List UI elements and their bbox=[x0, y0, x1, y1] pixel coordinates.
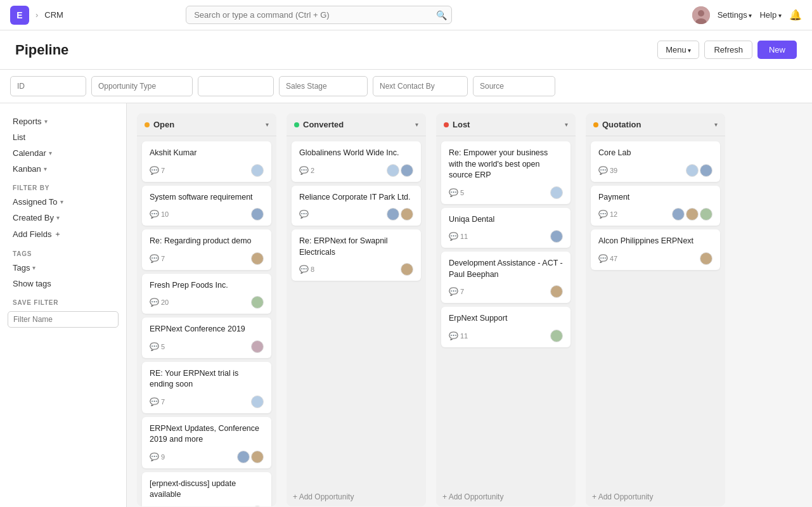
col-chevron-converted[interactable]: ▾ bbox=[415, 121, 418, 128]
kanban-col-converted: Converted▾Globalinens World Wide Inc.💬2R… bbox=[287, 113, 426, 506]
avatar bbox=[251, 340, 264, 353]
col-chevron-quotation[interactable]: ▾ bbox=[714, 121, 718, 128]
col-header-lost: Lost▾ bbox=[436, 113, 576, 136]
col-chevron-lost[interactable]: ▾ bbox=[565, 121, 568, 128]
comment-count: 5 bbox=[460, 189, 464, 196]
search-icon: 🔍 bbox=[436, 10, 447, 20]
sidebar-item-list[interactable]: List bbox=[8, 129, 119, 145]
kanban-col-quotation: Quotation▾Core Lab💬39Payment💬12Alcon Phi… bbox=[586, 113, 725, 506]
menu-button[interactable]: Menu bbox=[657, 41, 699, 59]
page-header: Pipeline Menu Refresh New bbox=[0, 30, 812, 70]
filter-bar bbox=[0, 70, 812, 103]
card-title: Re: ERPNext for Swapnil Electricals bbox=[299, 236, 413, 258]
main-area: Reports ▾ List Calendar ▾ Kanban ▾ FILTE… bbox=[0, 103, 812, 507]
sidebar-item-calendar[interactable]: Calendar ▾ bbox=[8, 145, 119, 161]
comment-count: 39 bbox=[610, 167, 617, 174]
comment-count: 8 bbox=[311, 266, 314, 273]
comment-icon: 💬 bbox=[150, 452, 159, 461]
card-title: Core Lab bbox=[598, 148, 712, 159]
settings-menu[interactable]: Settings bbox=[718, 10, 752, 20]
table-row[interactable]: ERPNext Conference 2019💬5 bbox=[142, 318, 271, 358]
breadcrumb-crm: CRM bbox=[44, 10, 63, 20]
comment-icon: 💬 bbox=[150, 254, 159, 263]
avatar bbox=[251, 451, 264, 463]
breadcrumb-separator: › bbox=[35, 10, 38, 20]
table-row[interactable]: Development Assistance - ACT - Paul Beep… bbox=[441, 252, 570, 303]
table-row[interactable]: Core Lab💬39 bbox=[591, 141, 720, 182]
sidebar-show-tags-label: Show tags bbox=[13, 279, 51, 288]
add-opportunity-quotation[interactable]: + Add Opportunity bbox=[586, 487, 725, 506]
search-input[interactable] bbox=[186, 6, 452, 24]
table-row[interactable]: Re: Empower your business with the world… bbox=[441, 141, 570, 204]
table-row[interactable]: ERPNext Updates, Conference 2019 and mor… bbox=[142, 417, 271, 468]
card-title: Development Assistance - ACT - Paul Beep… bbox=[449, 258, 563, 280]
topnav-right: Settings Help 🔔 bbox=[692, 6, 802, 24]
card-title: Payment bbox=[598, 192, 712, 203]
user-avatar[interactable] bbox=[692, 6, 710, 24]
comment-count: 5 bbox=[161, 343, 165, 350]
filter-blank-input[interactable] bbox=[198, 76, 274, 96]
comment-count: 20 bbox=[161, 298, 169, 306]
table-row[interactable]: Re: ERPNext for Swapnil Electricals💬8 bbox=[292, 229, 421, 281]
app-icon[interactable]: E bbox=[10, 6, 29, 25]
sidebar-assigned-arrow: ▾ bbox=[60, 198, 63, 205]
filter-name-input[interactable] bbox=[8, 311, 119, 328]
header-actions: Menu Refresh New bbox=[657, 41, 797, 59]
filter-id-input[interactable] bbox=[10, 76, 86, 96]
table-row[interactable]: Payment💬12 bbox=[591, 186, 720, 226]
table-row[interactable]: System software requirement💬10 bbox=[142, 186, 271, 226]
table-row[interactable]: ErpNext Support💬11 bbox=[441, 307, 570, 347]
table-row[interactable]: Re: Regarding product demo💬7 bbox=[142, 229, 271, 270]
page-title: Pipeline bbox=[15, 42, 68, 58]
col-chevron-open[interactable]: ▾ bbox=[266, 121, 269, 128]
col-cards-lost: Re: Empower your business with the world… bbox=[436, 136, 576, 487]
filter-sales-stage-input[interactable] bbox=[279, 76, 368, 96]
sidebar-created-by[interactable]: Created By ▾ bbox=[8, 210, 119, 226]
comment-count: 11 bbox=[460, 332, 468, 340]
comment-count: 2 bbox=[311, 167, 314, 174]
filter-next-contact-input[interactable] bbox=[373, 76, 468, 96]
table-row[interactable]: RE: Your ERPNext trial is ending soon💬7 bbox=[142, 362, 271, 413]
card-title: Re: Empower your business with the world… bbox=[449, 148, 563, 181]
sidebar-assigned-to[interactable]: Assigned To ▾ bbox=[8, 194, 119, 210]
avatar bbox=[251, 506, 264, 507]
notifications-icon[interactable]: 🔔 bbox=[789, 9, 802, 21]
table-row[interactable]: Reliance Corporate IT Park Ltd.💬 bbox=[292, 186, 421, 226]
sidebar-list-label: List bbox=[13, 132, 25, 142]
col-dot-converted bbox=[294, 122, 299, 127]
comment-count: 10 bbox=[161, 210, 169, 218]
sidebar-item-reports[interactable]: Reports ▾ bbox=[8, 113, 119, 129]
table-row[interactable]: Globalinens World Wide Inc.💬2 bbox=[292, 141, 421, 182]
comment-icon: 💬 bbox=[150, 166, 159, 175]
card-title: ERPNext Updates, Conference 2019 and mor… bbox=[150, 423, 264, 446]
sidebar-created-label: Created By bbox=[13, 213, 54, 222]
sidebar-tags[interactable]: Tags ▾ bbox=[8, 260, 119, 276]
comment-icon: 💬 bbox=[299, 166, 309, 175]
table-row[interactable]: Akshit Kumar💬7 bbox=[142, 141, 271, 182]
comment-icon: 💬 bbox=[598, 254, 608, 263]
col-dot-quotation bbox=[593, 122, 598, 127]
refresh-button[interactable]: Refresh bbox=[704, 41, 752, 59]
add-opportunity-converted[interactable]: + Add Opportunity bbox=[287, 487, 426, 506]
table-row[interactable]: [erpnext-discuss] update available💬3 bbox=[142, 472, 271, 507]
table-row[interactable]: Alcon Philippines ERPNext💬47 bbox=[591, 229, 720, 270]
comment-icon: 💬 bbox=[299, 210, 309, 219]
sidebar-tags-arrow: ▾ bbox=[32, 264, 35, 271]
comment-count: 7 bbox=[161, 255, 165, 262]
sidebar-assigned-label: Assigned To bbox=[13, 197, 58, 207]
sidebar-item-kanban[interactable]: Kanban ▾ bbox=[8, 161, 119, 177]
add-opportunity-lost[interactable]: + Add Opportunity bbox=[436, 487, 576, 506]
help-menu[interactable]: Help bbox=[759, 10, 782, 20]
table-row[interactable]: Uniqa Dental💬11 bbox=[441, 208, 570, 248]
new-button[interactable]: New bbox=[757, 41, 797, 59]
avatar bbox=[686, 208, 699, 221]
sidebar-show-tags[interactable]: Show tags bbox=[8, 276, 119, 292]
add-fields-icon: ＋ bbox=[54, 229, 61, 240]
filter-source-input[interactable] bbox=[473, 76, 555, 96]
avatar bbox=[251, 164, 264, 177]
avatar bbox=[686, 164, 699, 177]
table-row[interactable]: Fresh Prep Foods Inc.💬20 bbox=[142, 274, 271, 314]
filter-opportunity-type-input[interactable] bbox=[91, 76, 193, 96]
avatar bbox=[401, 164, 413, 177]
sidebar-add-fields[interactable]: Add Fields ＋ bbox=[8, 226, 119, 243]
